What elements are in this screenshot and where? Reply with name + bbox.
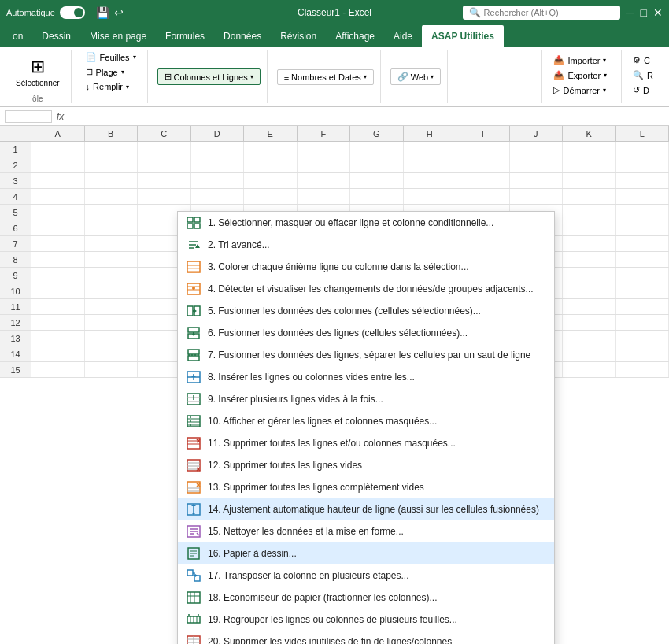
feuilles-button[interactable]: 📄 Feuilles ▾: [81, 50, 141, 64]
feuilles-icon: 📄: [86, 52, 97, 62]
col-header-i[interactable]: I: [456, 126, 510, 141]
col-header-f[interactable]: F: [298, 126, 351, 141]
menu-item-15[interactable]: 15. Nettoyer les données et la mise en f…: [178, 520, 554, 542]
selectionner-button[interactable]: ⊞ Sélectionner: [11, 54, 65, 90]
col-header-j[interactable]: J: [510, 126, 564, 141]
menu-icon-sort: [186, 238, 201, 252]
svg-rect-3: [194, 224, 200, 228]
web-button[interactable]: 🔗 Web ▾: [390, 68, 441, 85]
svg-rect-40: [187, 438, 200, 449]
menu-icon-grid: [186, 216, 201, 230]
formula-bar: fx: [0, 107, 669, 126]
close-icon[interactable]: ✕: [653, 6, 663, 19]
formula-input[interactable]: [68, 112, 664, 121]
menu-item-11[interactable]: 11. Supprimer toutes les lignes et/ou co…: [178, 432, 554, 454]
minimize-icon[interactable]: ─: [626, 6, 634, 19]
menu-item-8[interactable]: 8. Insérer les lignes ou colonnes vides …: [178, 366, 554, 388]
tab-revision[interactable]: Révision: [271, 25, 326, 47]
menu-item-text: 6. Fusionner les données des lignes (cel…: [208, 328, 546, 339]
col-header-b[interactable]: B: [85, 126, 139, 141]
menu-icon-delete-empty: [186, 458, 201, 472]
menu-item-text: 16. Papier à dessin...: [208, 548, 546, 559]
menu-icon-paper-save: [186, 590, 201, 605]
svg-rect-71: [187, 592, 200, 603]
selection-group-label: ôle: [32, 94, 43, 103]
undo-icon[interactable]: ↩: [114, 6, 124, 19]
col-header-c[interactable]: C: [138, 126, 191, 141]
menu-item-text: 7. Fusionner les données des lignes, sép…: [208, 350, 546, 361]
r-button[interactable]: 🔍R: [628, 68, 658, 82]
col-header-e[interactable]: E: [244, 126, 298, 141]
tab-formules[interactable]: Formules: [156, 25, 214, 47]
plage-button[interactable]: ⊟ Plage ▾: [81, 65, 141, 79]
menu-item-16[interactable]: 16. Papier à dessin...: [178, 542, 554, 564]
save-icon[interactable]: 💾: [96, 6, 109, 19]
col-header-a[interactable]: A: [31, 126, 85, 141]
menu-item-text: 17. Transposer la colonne en plusieurs é…: [208, 570, 546, 581]
menu-item-13[interactable]: 13. Supprimer toutes les lignes complète…: [178, 476, 554, 498]
ribbon-right: 📥 Importer ▾ 📤 Exporter ▾ ▷ Démarrer ▾: [541, 50, 618, 103]
menu-item-9[interactable]: 9. Insérer plusieurs lignes vides à la f…: [178, 388, 554, 410]
c-button[interactable]: ⚙C: [628, 54, 658, 67]
web-icon: 🔗: [397, 72, 408, 82]
col-header-h[interactable]: H: [404, 126, 457, 141]
search-input[interactable]: [484, 8, 586, 17]
col-header-k[interactable]: K: [563, 126, 616, 141]
name-box[interactable]: [5, 110, 52, 123]
menu-icon-transpose: [186, 568, 201, 583]
tab-asap-utilities[interactable]: ASAP Utilities: [422, 25, 504, 47]
nombres-dates-button[interactable]: ≡ Nombres et Dates ▾: [277, 69, 374, 85]
menu-item-text: 4. Détecter et visualiser les changement…: [208, 283, 546, 294]
menu-item-text: 19. Regrouper les lignes ou colonnes de …: [208, 614, 546, 625]
tab-dessin[interactable]: Dessin: [32, 25, 80, 47]
tab-donnees[interactable]: Données: [214, 25, 271, 47]
nombres-icon: ≡: [284, 72, 289, 82]
svg-rect-8: [187, 261, 200, 272]
tab-aide[interactable]: Aide: [384, 25, 422, 47]
menu-item-3[interactable]: 3. Colorer chaque énième ligne ou colonn…: [178, 256, 554, 278]
svg-marker-19: [194, 309, 197, 313]
col-header-l[interactable]: L: [616, 126, 670, 141]
table-row: 2: [0, 157, 669, 173]
menu-item-17[interactable]: 17. Transposer la colonne en plusieurs é…: [178, 564, 554, 587]
menu-item-1[interactable]: 1. Sélectionner, masquer ou effacer lign…: [178, 212, 554, 234]
remplir-button[interactable]: ↓ Remplir ▾: [81, 80, 141, 93]
col-header-g[interactable]: G: [350, 126, 404, 141]
menu-item-10[interactable]: 10. Afficher et gérer les lignes et colo…: [178, 410, 554, 432]
selection-buttons: ⊞ Sélectionner: [11, 50, 65, 93]
maximize-icon[interactable]: □: [641, 6, 647, 19]
menu-item-2[interactable]: 2. Tri avancé...: [178, 234, 554, 256]
menu-item-14[interactable]: 14. Ajustement automatique hauteur de li…: [178, 498, 554, 520]
menu-icon-merge-col: [186, 304, 201, 318]
row-num-header: [0, 126, 31, 141]
menu-item-20[interactable]: 20. Supprimer les vides inutilisés de fi…: [178, 631, 554, 644]
search-box[interactable]: 🔍: [463, 6, 620, 20]
svg-point-15: [192, 287, 195, 290]
menu-item-5[interactable]: 5. Fusionner les données des colonnes (c…: [178, 300, 554, 322]
title-bar-left: Automatique 💾 ↩: [6, 6, 463, 19]
tab-on[interactable]: on: [3, 25, 32, 47]
menu-item-text: 12. Supprimer toutes les lignes vides: [208, 460, 546, 471]
menu-item-19[interactable]: 19. Regrouper les lignes ou colonnes de …: [178, 609, 554, 631]
ribbon-right-2: ⚙C 🔍R ↺D: [621, 50, 664, 103]
tab-affichage[interactable]: Affichage: [326, 25, 384, 47]
exporter-button[interactable]: 📤 Exporter ▾: [549, 68, 612, 82]
demarrer-button[interactable]: ▷ Démarrer ▾: [549, 83, 612, 97]
web-caret: ▾: [431, 73, 434, 80]
menu-item-12[interactable]: 12. Supprimer toutes les lignes vides: [178, 454, 554, 476]
svg-rect-16: [187, 306, 193, 316]
menu-item-text: 3. Colorer chaque énième ligne ou colonn…: [208, 261, 546, 272]
menu-item-7[interactable]: 7. Fusionner les données des lignes, sép…: [178, 344, 554, 366]
d-button[interactable]: ↺D: [628, 83, 658, 97]
autosave-toggle[interactable]: [60, 6, 85, 19]
col-header-d[interactable]: D: [191, 126, 245, 141]
menu-item-6[interactable]: 6. Fusionner les données des lignes (cel…: [178, 322, 554, 344]
cell-a1[interactable]: [31, 142, 85, 157]
menu-item-18[interactable]: 18. Economiseur de papier (fractionner l…: [178, 587, 554, 609]
table-row: 1: [0, 142, 669, 157]
colonnes-lignes-button[interactable]: ⊞ Colonnes et Lignes ▾: [157, 68, 261, 85]
menu-item-4[interactable]: 4. Détecter et visualiser les changement…: [178, 278, 554, 300]
tab-mise-en-page[interactable]: Mise en page: [80, 25, 156, 47]
ribbon-tabs: on Dessin Mise en page Formules Données …: [0, 25, 669, 47]
importer-button[interactable]: 📥 Importer ▾: [549, 54, 612, 67]
